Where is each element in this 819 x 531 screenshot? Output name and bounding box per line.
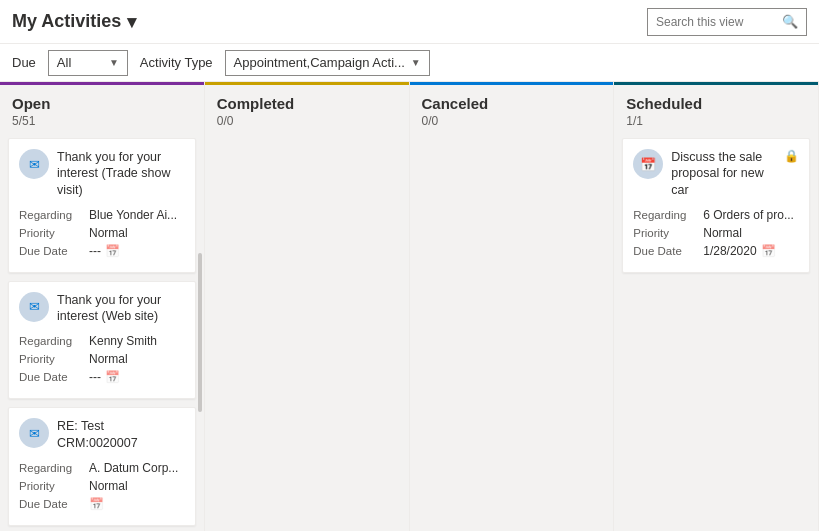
due-label: Due	[12, 55, 36, 70]
calendar-icon-open-2[interactable]: 📅	[89, 497, 104, 511]
card-icon-open-2: ✉	[19, 418, 49, 448]
activity-type-label: Activity Type	[140, 55, 213, 70]
due-select[interactable]: All ▼	[48, 50, 128, 76]
field-value-due-date-open-2: 📅	[89, 497, 185, 511]
column-count-completed: 0/0	[217, 114, 397, 128]
activity-type-value: Appointment,Campaign Acti...	[234, 55, 405, 70]
column-body-open: ✉Thank you for your interest (Trade show…	[0, 134, 204, 531]
card-field-priority-scheduled-0: PriorityNormal	[633, 226, 799, 240]
title-chevron[interactable]: ▾	[127, 11, 136, 33]
kanban-board: Open5/51✉Thank you for your interest (Tr…	[0, 82, 819, 531]
field-value-regarding-open-0: Blue Yonder Ai...	[89, 208, 185, 222]
card-field-priority-open-0: PriorityNormal	[19, 226, 185, 240]
card-field-due-date-open-2: Due Date📅	[19, 497, 185, 511]
column-header-canceled: Canceled0/0	[410, 82, 614, 134]
field-label-priority: Priority	[19, 480, 89, 492]
field-value-due-date-scheduled-0: 1/28/2020📅	[703, 244, 799, 258]
calendar-icon-open-1[interactable]: 📅	[105, 370, 120, 384]
field-label-regarding: Regarding	[633, 209, 703, 221]
field-label-priority: Priority	[19, 227, 89, 239]
column-title-canceled: Canceled	[422, 95, 602, 112]
column-body-completed	[205, 134, 409, 531]
column-count-canceled: 0/0	[422, 114, 602, 128]
field-value-priority-open-0: Normal	[89, 226, 185, 240]
column-body-canceled	[410, 134, 614, 531]
column-header-scheduled: Scheduled1/1	[614, 82, 818, 134]
card-field-priority-open-2: PriorityNormal	[19, 479, 185, 493]
field-value-regarding-open-1: Kenny Smith	[89, 334, 185, 348]
field-label-regarding: Regarding	[19, 209, 89, 221]
field-label-due-date: Due Date	[633, 245, 703, 257]
card-title-open-0: Thank you for your interest (Trade show …	[57, 149, 185, 198]
card-title-scheduled-0: Discuss the sale proposal for new car	[671, 149, 776, 198]
card-open-0[interactable]: ✉Thank you for your interest (Trade show…	[8, 138, 196, 273]
card-title-open-1: Thank you for your interest (Web site)	[57, 292, 185, 325]
field-value-priority-scheduled-0: Normal	[703, 226, 799, 240]
column-header-completed: Completed0/0	[205, 82, 409, 134]
calendar-icon-scheduled-0[interactable]: 📅	[761, 244, 776, 258]
field-label-regarding: Regarding	[19, 462, 89, 474]
column-body-scheduled: 📅Discuss the sale proposal for new car🔒R…	[614, 134, 818, 531]
field-value-regarding-scheduled-0: 6 Orders of pro...	[703, 208, 799, 222]
field-label-due-date: Due Date	[19, 498, 89, 510]
field-value-due-date-open-0: ---📅	[89, 244, 185, 258]
column-open: Open5/51✉Thank you for your interest (Tr…	[0, 82, 205, 531]
card-field-regarding-open-1: RegardingKenny Smith	[19, 334, 185, 348]
card-open-2[interactable]: ✉RE: Test CRM:0020007RegardingA. Datum C…	[8, 407, 196, 526]
card-icon-open-0: ✉	[19, 149, 49, 179]
field-label-regarding: Regarding	[19, 335, 89, 347]
calendar-icon-open-0[interactable]: 📅	[105, 244, 120, 258]
card-header-scheduled-0: 📅Discuss the sale proposal for new car🔒	[633, 149, 799, 198]
card-lock-icon-scheduled-0: 🔒	[784, 149, 799, 163]
field-label-due-date: Due Date	[19, 245, 89, 257]
column-completed: Completed0/0	[205, 82, 410, 531]
field-value-priority-open-1: Normal	[89, 352, 185, 366]
search-input[interactable]	[656, 15, 776, 29]
column-scheduled: Scheduled1/1📅Discuss the sale proposal f…	[614, 82, 819, 531]
due-select-chevron: ▼	[109, 57, 119, 68]
card-header-open-1: ✉Thank you for your interest (Web site)	[19, 292, 185, 325]
field-value-regarding-open-2: A. Datum Corp...	[89, 461, 185, 475]
field-label-due-date: Due Date	[19, 371, 89, 383]
card-header-open-2: ✉RE: Test CRM:0020007	[19, 418, 185, 451]
field-label-priority: Priority	[633, 227, 703, 239]
card-scheduled-0[interactable]: 📅Discuss the sale proposal for new car🔒R…	[622, 138, 810, 273]
card-open-1[interactable]: ✉Thank you for your interest (Web site)R…	[8, 281, 196, 400]
card-field-regarding-scheduled-0: Regarding6 Orders of pro...	[633, 208, 799, 222]
field-value-priority-open-2: Normal	[89, 479, 185, 493]
field-label-priority: Priority	[19, 353, 89, 365]
app-header: My Activities ▾ 🔍	[0, 0, 819, 44]
due-select-value: All	[57, 55, 71, 70]
activity-type-select[interactable]: Appointment,Campaign Acti... ▼	[225, 50, 430, 76]
card-field-due-date-open-1: Due Date---📅	[19, 370, 185, 384]
card-field-due-date-scheduled-0: Due Date1/28/2020📅	[633, 244, 799, 258]
page-title: My Activities	[12, 11, 121, 32]
search-box[interactable]: 🔍	[647, 8, 807, 36]
card-field-regarding-open-2: RegardingA. Datum Corp...	[19, 461, 185, 475]
column-header-open: Open5/51	[0, 82, 204, 134]
scrollbar[interactable]	[198, 253, 202, 412]
column-title-scheduled: Scheduled	[626, 95, 806, 112]
activity-type-chevron: ▼	[411, 57, 421, 68]
column-canceled: Canceled0/0	[410, 82, 615, 531]
card-field-priority-open-1: PriorityNormal	[19, 352, 185, 366]
card-title-open-2: RE: Test CRM:0020007	[57, 418, 185, 451]
page-title-container: My Activities ▾	[12, 11, 136, 33]
column-title-open: Open	[12, 95, 192, 112]
card-icon-open-1: ✉	[19, 292, 49, 322]
card-field-due-date-open-0: Due Date---📅	[19, 244, 185, 258]
filter-bar: Due All ▼ Activity Type Appointment,Camp…	[0, 44, 819, 82]
column-title-completed: Completed	[217, 95, 397, 112]
search-icon: 🔍	[782, 14, 798, 29]
card-icon-scheduled-0: 📅	[633, 149, 663, 179]
column-count-open: 5/51	[12, 114, 192, 128]
card-field-regarding-open-0: RegardingBlue Yonder Ai...	[19, 208, 185, 222]
field-value-due-date-open-1: ---📅	[89, 370, 185, 384]
card-header-open-0: ✉Thank you for your interest (Trade show…	[19, 149, 185, 198]
column-count-scheduled: 1/1	[626, 114, 806, 128]
